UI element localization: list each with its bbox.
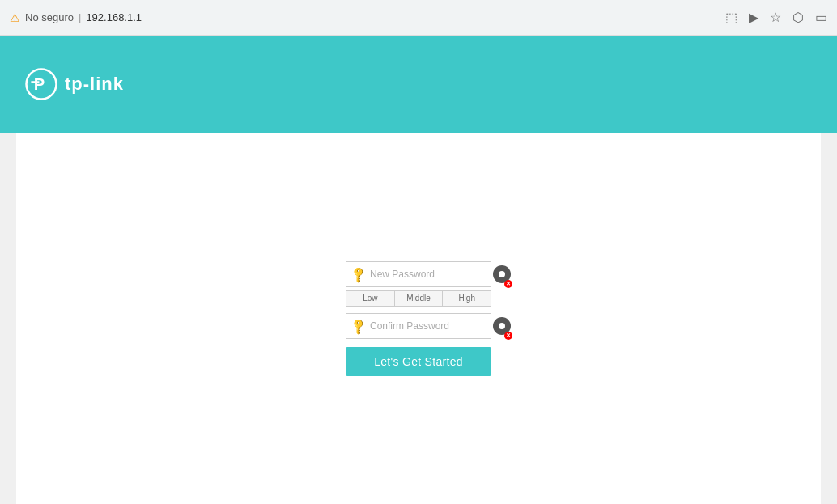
new-password-input[interactable]	[370, 269, 493, 280]
key-icon-2: 🔑	[346, 313, 372, 339]
warning-icon: ⚠	[10, 11, 20, 24]
new-password-toggle[interactable]: ✕	[493, 262, 511, 286]
screenshot-icon[interactable]: ⬚	[725, 10, 737, 25]
submit-button[interactable]: Let's Get Started	[346, 347, 491, 376]
strength-high: High	[443, 291, 491, 306]
tp-link-brand-name: tp-link	[65, 74, 124, 95]
strength-middle: Middle	[395, 291, 444, 306]
not-secure-label: No seguro	[25, 11, 74, 23]
key-icon: 🔑	[346, 261, 372, 287]
confirm-password-error-badge: ✕	[504, 332, 512, 340]
window-icon[interactable]: ▭	[815, 10, 827, 25]
strength-low: Low	[346, 291, 395, 306]
page-wrapper: P tp-link 🔑 ✕ Low Middle High	[0, 36, 837, 504]
login-form: 🔑 ✕ Low Middle High 🔑	[338, 261, 499, 376]
tp-link-header: P tp-link	[0, 36, 837, 133]
star-icon[interactable]: ☆	[770, 10, 781, 25]
confirm-password-toggle[interactable]: ✕	[493, 314, 511, 338]
separator: |	[79, 11, 81, 23]
password-strength-bar: Low Middle High	[346, 290, 491, 307]
tp-link-logo: P tp-link	[24, 67, 124, 101]
address-text: 192.168.1.1	[86, 11, 142, 23]
extensions-icon[interactable]: ⬡	[792, 10, 804, 25]
new-password-error-badge: ✕	[504, 280, 512, 288]
new-password-wrapper: 🔑 ✕	[346, 261, 491, 287]
address-bar: ⚠ No seguro | 192.168.1.1	[10, 11, 719, 24]
confirm-password-input[interactable]	[370, 320, 493, 332]
main-content: 🔑 ✕ Low Middle High 🔑	[16, 133, 821, 504]
browser-chrome: ⚠ No seguro | 192.168.1.1 ⬚ ▶ ☆ ⬡ ▭	[0, 0, 837, 36]
confirm-password-wrapper: 🔑 ✕	[346, 313, 491, 339]
browser-toolbar: ⬚ ▶ ☆ ⬡ ▭	[725, 10, 827, 25]
svg-text:P: P	[34, 75, 45, 93]
play-icon[interactable]: ▶	[749, 10, 758, 25]
tp-link-logo-icon: P	[24, 67, 58, 101]
